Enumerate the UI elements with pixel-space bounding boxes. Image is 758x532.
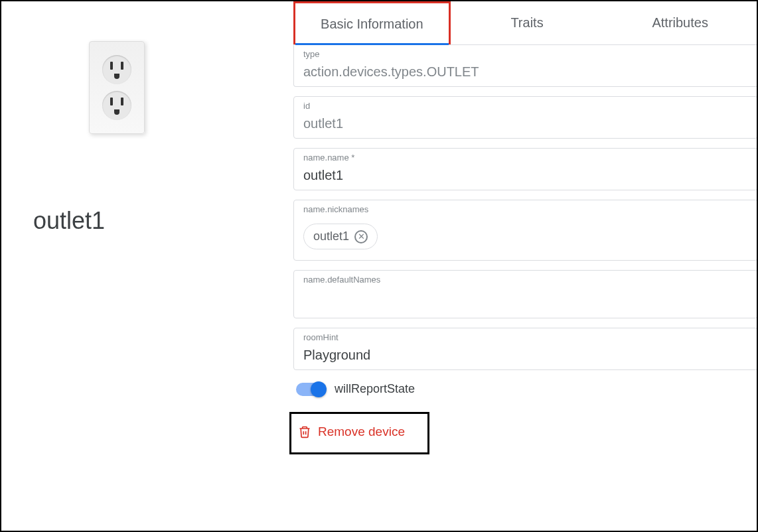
remove-device-button[interactable]: Remove device (298, 425, 405, 439)
remove-device-highlight: Remove device (289, 412, 429, 454)
close-icon[interactable]: ✕ (354, 230, 368, 243)
roomhint-input[interactable] (303, 348, 748, 363)
main-panel: Basic Information Traits Attributes type… (293, 1, 757, 531)
nickname-chip[interactable]: outlet1 ✕ (303, 224, 378, 249)
tab-traits[interactable]: Traits (451, 1, 604, 44)
willreportstate-toggle[interactable] (296, 383, 325, 396)
willreportstate-row: willReportState (296, 382, 757, 396)
remove-device-label: Remove device (318, 425, 405, 439)
field-label: type (303, 49, 748, 59)
tab-label: Basic Information (321, 17, 423, 32)
device-name-heading: outlet1 (33, 207, 267, 235)
tab-basic-information[interactable]: Basic Information (293, 1, 451, 44)
tab-label: Attributes (652, 15, 708, 31)
field-label: name.defaultNames (303, 275, 748, 285)
outlet-icon (89, 41, 145, 134)
field-label: name.name * (303, 153, 748, 163)
field-name-nicknames[interactable]: name.nicknames outlet1 ✕ (293, 200, 758, 261)
defaultnames-input[interactable] (303, 290, 748, 305)
nickname-chips: outlet1 ✕ (303, 220, 748, 253)
toggle-knob (311, 381, 327, 397)
field-id[interactable]: id (293, 96, 758, 139)
field-name-defaultnames[interactable]: name.defaultNames (293, 270, 758, 318)
chip-text: outlet1 (313, 230, 349, 243)
device-sidebar: outlet1 (1, 1, 293, 531)
id-input[interactable] (303, 116, 748, 131)
field-label: id (303, 101, 748, 111)
field-name-name[interactable]: name.name * (293, 148, 758, 190)
tab-label: Traits (510, 15, 543, 31)
tab-attributes[interactable]: Attributes (603, 1, 757, 44)
form-area: type id name.name * name.nicknames outle… (293, 45, 757, 454)
type-input[interactable] (303, 64, 748, 80)
field-label: name.nicknames (303, 204, 748, 214)
name-input[interactable] (303, 168, 748, 183)
toggle-label: willReportState (335, 382, 415, 396)
field-label: roomHint (303, 332, 748, 342)
tab-bar: Basic Information Traits Attributes (293, 1, 757, 45)
trash-icon (298, 425, 311, 439)
field-roomhint[interactable]: roomHint (293, 328, 758, 370)
field-type[interactable]: type (293, 45, 758, 87)
